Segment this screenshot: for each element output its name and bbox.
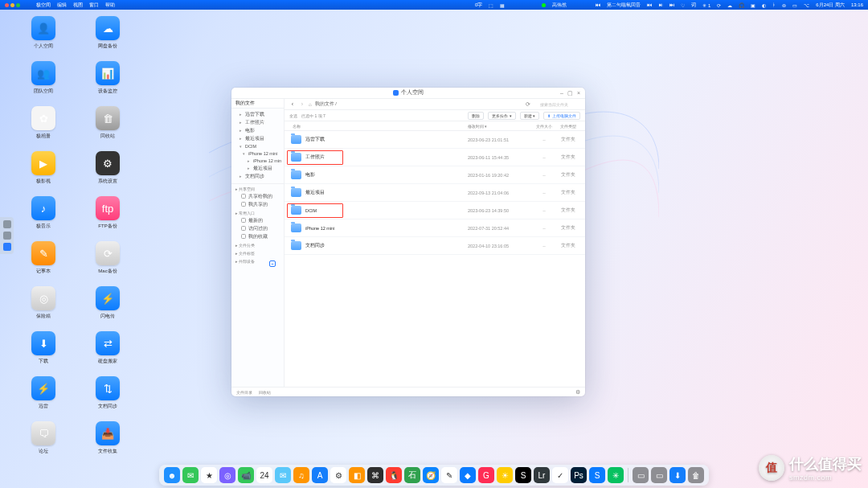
tree-node[interactable]: ▸电影 [233,126,284,134]
tree-node[interactable]: ▸最近项目 [233,134,284,142]
sidebar-item[interactable]: 共享给我的 [231,192,284,200]
desktop-app-硬盘搬家[interactable]: ⇄硬盘搬家 [88,331,127,365]
delete-button[interactable]: 删除 [468,112,484,120]
dock-app[interactable]: ▭ [633,467,649,483]
dock-app[interactable]: S [589,467,605,483]
file-row[interactable]: DCIM 2023-06-23 14:39:50 -- 文件夹 [285,202,585,219]
dock-app[interactable]: ◆ [460,467,476,483]
menu-window[interactable]: 窗口 [89,2,99,9]
window-close-button[interactable]: × [577,90,580,96]
bluetooth-icon[interactable]: ᚼ [772,2,776,7]
desktop-app-FTP备份[interactable]: ftpFTP备份 [88,196,127,230]
disclosure-triangle-icon[interactable]: ▸ [240,120,244,125]
sidebar-section-header[interactable]: ▸ 文件标签 [231,248,284,256]
tree-node[interactable]: ▸工作照片 [233,118,284,126]
file-row[interactable]: iPhone 12 mini 2022-07-31 20:52:44 -- 文件… [285,219,585,237]
desktop-app-极相册[interactable]: ✿极相册 [24,106,63,140]
sidebar-section-header[interactable]: ▸ 常用入口 [231,208,284,216]
desktop-app-迅雷[interactable]: ⚡迅雷 [24,376,63,410]
nav-forward-button[interactable]: › [299,101,305,107]
file-row[interactable]: 迅雷下载 2023-06-23 21:01:51 -- 文件夹 [285,131,585,149]
dock-app[interactable]: 🧭 [423,467,439,483]
desktop-app-Mac备份[interactable]: ⟳Mac备份 [88,241,127,275]
disclosure-triangle-icon[interactable]: ▾ [240,144,244,149]
nav-back-button[interactable]: ‹ [289,101,296,107]
menubar-time[interactable]: 13:16 [851,2,863,7]
wechat-icon[interactable]: ✳ 1 [702,2,710,8]
disclosure-triangle-icon[interactable]: ▸ [240,112,244,117]
dock-app[interactable]: 🐧 [386,467,402,483]
desktop-app-极音乐[interactable]: ♪极音乐 [24,196,63,230]
menu-help[interactable]: 帮助 [105,2,115,9]
dock-app[interactable]: ◎ [219,467,235,483]
menubar-date[interactable]: 6月24日 周六 [816,2,845,9]
tree-node[interactable]: ▸文档同步 [233,172,284,180]
file-row[interactable]: 最近项目 2022-09-13 21:04:06 -- 文件夹 [285,184,585,202]
wifi-icon[interactable]: ⊚ [782,2,786,8]
desktop-app-系统设置[interactable]: ⚙系统设置 [88,151,127,185]
tree-node[interactable]: ▸迅雷下载 [233,110,284,118]
control-center-icon[interactable]: ⌥ [804,2,809,8]
app-name[interactable]: 极空间 [36,2,51,9]
dock-app[interactable]: Ps [571,467,587,483]
dock-app[interactable]: ▭ [651,467,667,483]
new-button[interactable]: 新建 ▾ [520,112,539,120]
desktop-app-极影视[interactable]: ▶极影视 [24,151,63,185]
sidebar-section-header[interactable]: ▸ 共享空间 [231,184,284,192]
tree-node[interactable]: ▸iPhone 12 min [233,157,284,164]
username[interactable]: 高伟然 [552,2,567,9]
file-row[interactable]: 电影 2023-01-16 19:20:42 -- 文件夹 [285,166,585,184]
window-maximize-button[interactable]: ▢ [567,90,573,96]
dock-app[interactable]: ✳ [608,467,624,483]
tree-node[interactable]: ▾DCIM [233,142,284,150]
media-next-icon[interactable]: ⏭ [669,2,674,7]
media-play-icon[interactable]: ⏯ [658,2,663,7]
leftdock-item[interactable] [3,220,11,228]
dock-app[interactable]: A [312,467,328,483]
tree-node[interactable]: ▾iPhone 12 mini [233,150,284,157]
menu-view[interactable]: 视图 [73,2,83,9]
desktop-app-记事本[interactable]: ✎记事本 [24,241,63,275]
battery-icon[interactable]: ▭ [792,2,797,8]
now-playing[interactable]: 第二句喘氧回音 [607,2,641,9]
sidebar-item[interactable]: 我的收藏 [231,232,284,240]
footer-tab-trash[interactable]: 回收站 [259,390,271,395]
lyrics-icon[interactable]: 词 [691,2,696,9]
dock-app[interactable]: ⌘ [367,467,383,483]
desktop-app-保险箱[interactable]: ◎保险箱 [24,286,63,320]
dock-app[interactable]: 🗑 [688,467,704,483]
refresh-button[interactable]: ⟳ [526,101,530,108]
dock-app[interactable]: ⬇ [669,467,686,483]
desktop-app-闪电传[interactable]: ⚡闪电传 [88,286,127,320]
dock-app[interactable]: ✎ [441,467,457,483]
leftdock-item-active[interactable] [3,243,11,251]
window-titlebar[interactable]: 个人空间 – ▢ × [231,88,585,99]
sidebar-item[interactable]: 最新的 [231,216,284,224]
search-input[interactable]: 搜索当前文件夹 [540,102,580,107]
desktop-app-个人空间[interactable]: 👤个人空间 [24,16,63,50]
sidebar-item[interactable]: 我共享的 [231,200,284,208]
dock-app[interactable]: ✉ [275,467,291,483]
select-all-link[interactable]: 全选 [289,113,297,118]
heart-icon[interactable]: ♡ [681,2,685,8]
menu-edit[interactable]: 编辑 [57,2,67,9]
file-row[interactable]: 文档同步 2022-04-10 23:16:05 -- 文件夹 [285,237,585,255]
sidebar-section-header[interactable]: ▸ 外部设备+ [231,256,284,265]
more-actions-button[interactable]: 更多操作 ▾ [488,112,515,120]
dock-app[interactable]: 📹 [238,467,254,483]
col-type[interactable]: 文件类型 [556,124,580,129]
status-icon[interactable]: ▦ [500,2,505,8]
dock-app[interactable]: ◧ [349,467,365,483]
dock-app[interactable]: ✉ [182,467,199,483]
media-prev-icon[interactable]: ⏮ [596,2,600,7]
disclosure-triangle-icon[interactable]: ▸ [240,174,244,178]
col-size[interactable]: 文件大小 [532,124,556,129]
tree-node[interactable]: ▸最近项目 [233,164,284,172]
media-prev-icon[interactable]: ⏮ [647,2,652,7]
dock-app[interactable]: S [515,467,531,483]
settings-gear-icon[interactable]: ⚙ [575,389,580,396]
cloud-icon[interactable]: ☁ [727,2,732,8]
dock-app[interactable]: G [478,467,494,483]
dock-app[interactable]: ★ [201,467,217,483]
disclosure-triangle-icon[interactable]: ▸ [240,136,244,141]
